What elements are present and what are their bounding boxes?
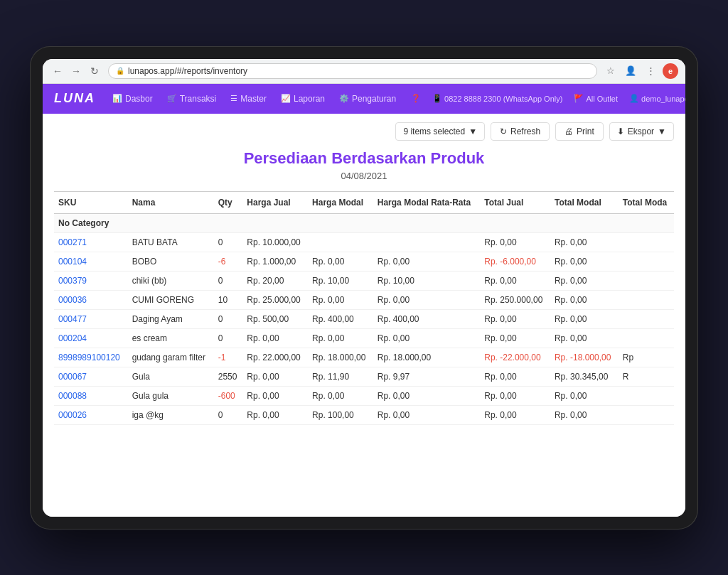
- qty-cell: -1: [214, 348, 243, 367]
- col-harga-jual: Harga Jual: [242, 191, 308, 213]
- sku-cell[interactable]: 000379: [54, 271, 128, 290]
- qty-cell: 0: [214, 328, 243, 348]
- harga-modal-rata-cell: Rp. 0,00: [373, 328, 480, 348]
- profile-icon[interactable]: 👤: [623, 63, 638, 79]
- harga-modal-cell: Rp. 0,00: [308, 386, 373, 405]
- harga-modal-rata-cell: Rp. 0,00: [373, 290, 480, 309]
- items-selected-button[interactable]: 9 items selected ▼: [395, 122, 485, 141]
- total-modal-cell: Rp. 0,00: [550, 232, 619, 252]
- harga-jual-cell: Rp. 500,00: [242, 309, 308, 328]
- table-row: 000379 chiki (bb) 0 Rp. 20,00 Rp. 10,00 …: [54, 271, 674, 290]
- browser-nav-buttons: ← → ↻: [50, 63, 102, 79]
- total-modal-cell: Rp. 0,00: [550, 252, 619, 271]
- total-moda-cell: R: [619, 367, 674, 386]
- outlet-selector[interactable]: 🚩 All Outlet: [570, 92, 621, 104]
- help-button[interactable]: ❓: [407, 92, 424, 104]
- report-title: Persediaan Berdasarkan Produk: [54, 149, 674, 168]
- report-date: 04/08/2021: [54, 171, 674, 181]
- harga-modal-rata-cell: Rp. 400,00: [373, 309, 480, 328]
- total-modal-cell: Rp. 0,00: [550, 386, 619, 405]
- qty-cell: 2550: [214, 367, 243, 386]
- device-frame: ← → ↻ 🔒 lunapos.app/#/reports/inventory …: [30, 46, 698, 530]
- nav-pengaturan[interactable]: ⚙️ Pengaturan: [333, 91, 402, 107]
- table-row: 000067 Gula 2550 Rp. 0,00 Rp. 11,90 Rp. …: [54, 367, 674, 386]
- export-button[interactable]: ⬇ Ekspor ▼: [609, 122, 674, 141]
- total-moda-cell: [619, 252, 674, 271]
- col-harga-modal: Harga Modal: [308, 191, 373, 213]
- total-modal-cell: Rp. 0,00: [550, 309, 619, 328]
- whatsapp-contact[interactable]: 📱 0822 8888 2300 (WhatsApp Only): [429, 92, 566, 104]
- sku-cell[interactable]: 000036: [54, 290, 128, 309]
- harga-modal-cell: Rp. 100,00: [308, 405, 373, 424]
- harga-modal-rata-cell: Rp. 18.000,00: [373, 348, 480, 367]
- sku-cell[interactable]: 000104: [54, 252, 128, 271]
- nama-cell: CUMI GORENG: [128, 290, 214, 309]
- sku-cell[interactable]: 000088: [54, 386, 128, 405]
- harga-modal-cell: Rp. 0,00: [308, 252, 373, 271]
- harga-modal-cell: Rp. 0,00: [308, 328, 373, 348]
- bookmark-icon[interactable]: ☆: [603, 63, 619, 79]
- total-jual-cell: Rp. 0,00: [480, 328, 550, 348]
- sku-cell[interactable]: 000067: [54, 367, 128, 386]
- harga-jual-cell: Rp. 0,00: [242, 386, 308, 405]
- nav-transaksi[interactable]: 🛒 Transaksi: [161, 91, 223, 107]
- lock-icon: 🔒: [116, 67, 124, 75]
- total-modal-cell: Rp. 0,00: [550, 290, 619, 309]
- col-harga-modal-rata: Harga Modal Rata-Rata: [373, 191, 480, 213]
- harga-modal-cell: Rp. 400,00: [308, 309, 373, 328]
- total-jual-cell: Rp. 250.000,00: [480, 290, 550, 309]
- harga-jual-cell: Rp. 1.000,00: [242, 252, 308, 271]
- browser-actions: ☆ 👤 ⋮ e: [603, 63, 678, 79]
- total-moda-cell: [619, 328, 674, 348]
- section-header: No Category: [54, 213, 674, 232]
- harga-jual-cell: Rp. 10.000,00: [242, 232, 308, 252]
- table-row: 000271 BATU BATA 0 Rp. 10.000,00 Rp. 0,0…: [54, 232, 674, 252]
- user-menu[interactable]: 👤 demo_lunapos: [626, 92, 685, 104]
- sku-cell[interactable]: 000204: [54, 328, 128, 348]
- qty-cell: -6: [214, 252, 243, 271]
- sku-cell[interactable]: 000271: [54, 232, 128, 252]
- harga-jual-cell: Rp. 0,00: [242, 405, 308, 424]
- nama-cell: Daging Ayam: [128, 309, 214, 328]
- total-modal-cell: Rp. 0,00: [550, 328, 619, 348]
- nav-master[interactable]: ☰ Master: [225, 91, 272, 107]
- chevron-down-icon: ▼: [469, 127, 477, 136]
- sku-cell[interactable]: 8998989100120: [54, 348, 128, 367]
- print-button[interactable]: 🖨 Print: [555, 122, 604, 141]
- qty-cell: 0: [214, 309, 243, 328]
- inventory-table: SKU Nama Qty Harga Jual Harga Modal Harg…: [54, 191, 674, 425]
- total-jual-cell: Rp. -22.000,00: [480, 348, 550, 367]
- harga-modal-cell: Rp. 0,00: [308, 290, 373, 309]
- nav-laporan[interactable]: 📈 Laporan: [275, 91, 331, 107]
- total-moda-cell: [619, 271, 674, 290]
- address-bar[interactable]: 🔒 lunapos.app/#/reports/inventory: [108, 63, 597, 79]
- forward-button[interactable]: →: [68, 63, 84, 79]
- harga-jual-cell: Rp. 0,00: [242, 328, 308, 348]
- close-button[interactable]: e: [663, 63, 678, 79]
- total-jual-cell: Rp. 0,00: [480, 405, 550, 424]
- reload-button[interactable]: ↻: [87, 63, 102, 79]
- back-button[interactable]: ←: [50, 63, 65, 79]
- print-icon: 🖨: [564, 127, 573, 136]
- harga-modal-cell: [308, 232, 373, 252]
- table-row: 000026 iga @kg 0 Rp. 0,00 Rp. 100,00 Rp.…: [54, 405, 674, 424]
- total-jual-cell: Rp. 0,00: [480, 386, 550, 405]
- qty-cell: 0: [214, 405, 243, 424]
- total-moda-cell: [619, 405, 674, 424]
- sku-cell[interactable]: 000026: [54, 405, 128, 424]
- total-moda-cell: [619, 290, 674, 309]
- total-moda-cell: Rp: [619, 348, 674, 367]
- total-modal-cell: Rp. 0,00: [550, 271, 619, 290]
- total-jual-cell: Rp. -6.000,00: [480, 252, 550, 271]
- refresh-button[interactable]: ↻ Refresh: [491, 122, 550, 141]
- nav-dasbor[interactable]: 📊 Dasbor: [107, 91, 159, 107]
- qty-cell: 0: [214, 232, 243, 252]
- sku-cell[interactable]: 000477: [54, 309, 128, 328]
- nama-cell: BATU BATA: [128, 232, 214, 252]
- harga-modal-cell: Rp. 18.000,00: [308, 348, 373, 367]
- total-jual-cell: Rp. 0,00: [480, 367, 550, 386]
- harga-modal-rata-cell: Rp. 0,00: [373, 252, 480, 271]
- menu-icon[interactable]: ⋮: [643, 63, 658, 79]
- logo: LUNA: [54, 91, 95, 106]
- refresh-icon: ↻: [500, 127, 507, 136]
